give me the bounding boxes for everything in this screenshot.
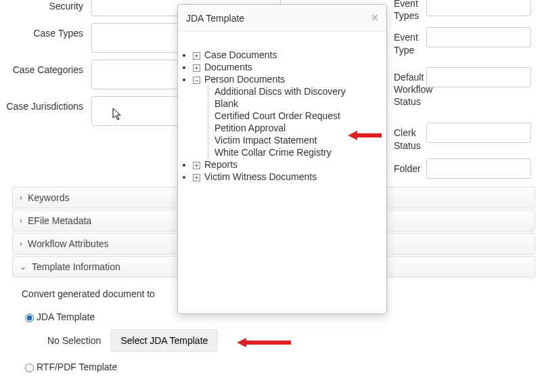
label-case-jurisdictions: Case Jurisdictions (0, 96, 91, 112)
input-event-types[interactable] (426, 0, 531, 16)
input-event-type[interactable] (426, 27, 531, 47)
tree-leaf-white-collar-crime[interactable]: White Collar Crime Registry (214, 147, 332, 158)
tree-leaf-victim-impact-statement[interactable]: Victim Impact Statement (214, 135, 317, 146)
expand-icon[interactable]: + (193, 162, 200, 169)
chevron-right-icon: › (20, 239, 22, 248)
accordion-efile-label: EFile Metadata (28, 215, 91, 226)
label-security: Security (0, 0, 91, 12)
label-case-types: Case Types (0, 23, 91, 39)
tree-node-victim-witness-documents[interactable]: Victim Witness Documents (204, 171, 317, 182)
label-folder: Folder (394, 158, 426, 175)
label-default-workflow-status: Default Workflow Status (394, 67, 426, 108)
chevron-right-icon: › (20, 193, 22, 202)
tree-node-documents[interactable]: Documents (204, 62, 252, 72)
expand-icon[interactable]: + (193, 64, 200, 72)
tree-leaf-petition-approval[interactable]: Petition Approval (214, 123, 286, 133)
tree-node-case-documents[interactable]: Case Documents (204, 49, 277, 60)
radio-rtf-label: RTF/PDF Template (37, 362, 117, 372)
accordion-workflow-label: Workflow Attributes (28, 238, 109, 249)
dialog-title: JDA Template (186, 13, 244, 24)
input-default-workflow-status[interactable] (426, 67, 531, 87)
select-jda-template-button[interactable]: Select JDA Template (110, 329, 218, 352)
radio-jda-label: JDA Template (37, 311, 95, 322)
input-clerk-status[interactable] (426, 123, 531, 143)
input-folder[interactable] (426, 158, 531, 179)
label-event-types: Event Types (394, 0, 426, 22)
template-tree: +Case Documents +Documents –Person Docum… (178, 41, 386, 190)
accordion-keywords-label: Keywords (28, 192, 69, 203)
radio-jda-template[interactable] (25, 313, 34, 322)
tree-node-person-documents[interactable]: Person Documents (204, 74, 285, 85)
jda-template-dialog: JDA Template × +Case Documents +Document… (177, 4, 387, 314)
chevron-right-icon: › (20, 216, 22, 225)
collapse-icon[interactable]: – (193, 77, 200, 84)
no-selection-text: No Selection (47, 335, 101, 346)
tree-leaf-additional-discs[interactable]: Additional Discs with Discovery (214, 86, 346, 97)
tree-leaf-blank[interactable]: Blank (214, 98, 238, 109)
expand-icon[interactable]: + (193, 174, 200, 181)
label-event-type: Event Type (394, 27, 426, 56)
tree-leaf-certified-court-order[interactable]: Certified Court Order Request (214, 110, 340, 121)
chevron-down-icon: ⌄ (20, 262, 26, 271)
radio-rtf-pdf-template[interactable] (25, 364, 34, 372)
expand-icon[interactable]: + (193, 52, 200, 60)
tree-node-reports[interactable]: Reports (204, 159, 238, 170)
label-case-categories: Case Categories (0, 60, 91, 76)
close-icon[interactable]: × (371, 11, 378, 25)
accordion-template-label: Template Information (32, 261, 120, 272)
label-clerk-status: Clerk Status (394, 123, 426, 151)
